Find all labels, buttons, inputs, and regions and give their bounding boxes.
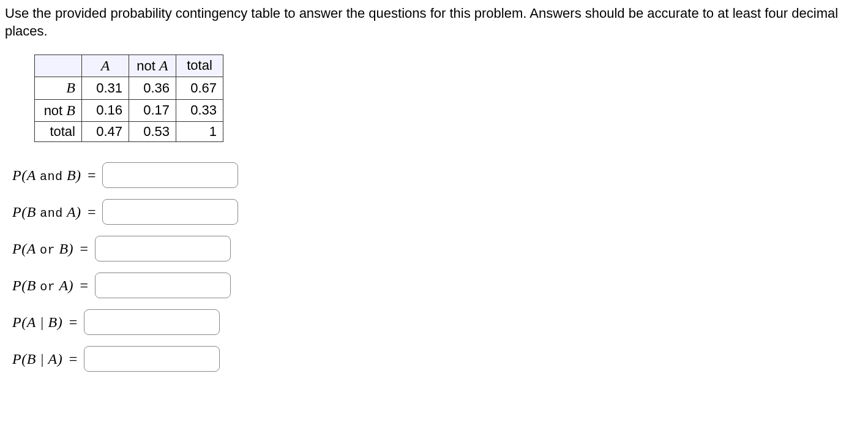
table-row: total 0.47 0.53 1 (35, 121, 223, 142)
table-row: not B 0.16 0.17 0.33 (35, 99, 223, 121)
question-label: P(B | A) = (12, 350, 81, 369)
question-label: P(A and B) = (12, 166, 100, 185)
row-header-total: total (35, 121, 82, 142)
cell: 1 (176, 121, 223, 142)
col-header-a: A (82, 55, 129, 77)
questions-list: P(A and B) = P(B and A) = P(A or B) = P(… (12, 162, 868, 372)
question-row: P(B and A) = (12, 198, 868, 225)
answer-input-p-b-given-a[interactable] (84, 346, 220, 372)
cell: 0.67 (176, 77, 223, 99)
cell: 0.36 (129, 77, 176, 99)
contingency-table: A not A total B 0.31 0.36 0.67 not B 0.1… (34, 55, 223, 142)
cell: 0.17 (129, 99, 176, 121)
row-header-b: B (35, 77, 82, 99)
table-row: B 0.31 0.36 0.67 (35, 77, 223, 99)
table-header-row: A not A total (35, 55, 223, 77)
answer-input-p-b-and-a[interactable] (102, 199, 238, 225)
table-header-empty (35, 55, 82, 77)
cell: 0.31 (82, 77, 129, 99)
cell: 0.33 (176, 99, 223, 121)
question-label: P(A | B) = (12, 313, 81, 332)
col-header-total: total (176, 55, 223, 77)
contingency-table-wrapper: A not A total B 0.31 0.36 0.67 not B 0.1… (34, 55, 868, 142)
answer-input-p-a-or-b[interactable] (95, 236, 231, 261)
question-label: P(B or A) = (12, 276, 92, 295)
question-label: P(A or B) = (12, 239, 92, 258)
answer-input-p-b-or-a[interactable] (95, 273, 231, 298)
instructions: Use the provided probability contingency… (5, 5, 868, 40)
col-header-not-a: not A (129, 55, 176, 77)
row-header-not-b: not B (35, 99, 82, 121)
question-row: P(B | A) = (12, 345, 868, 372)
cell: 0.16 (82, 99, 129, 121)
cell: 0.53 (129, 121, 176, 142)
question-row: P(A or B) = (12, 235, 868, 262)
question-row: P(A | B) = (12, 309, 868, 336)
answer-input-p-a-given-b[interactable] (84, 309, 220, 335)
question-row: P(B or A) = (12, 272, 868, 299)
answer-input-p-a-and-b[interactable] (102, 162, 238, 188)
cell: 0.47 (82, 121, 129, 142)
question-label: P(B and A) = (12, 203, 100, 222)
question-row: P(A and B) = (12, 162, 868, 189)
